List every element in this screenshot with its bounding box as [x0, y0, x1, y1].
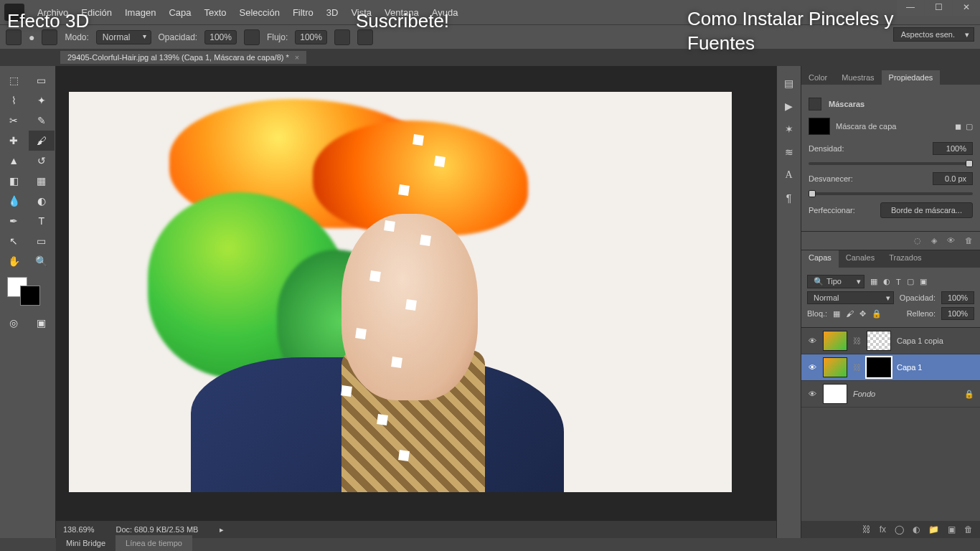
menu-filtro[interactable]: Filtro — [293, 7, 314, 18]
apply-mask-icon[interactable]: ◈ — [931, 236, 937, 245]
hand-tool-icon[interactable]: ✋ — [1, 251, 27, 271]
brushes-panel-icon[interactable]: ✶ — [777, 118, 801, 141]
layer-name[interactable]: Capa 1 — [897, 363, 922, 372]
lock-paint-icon[interactable]: 🖌 — [846, 309, 854, 318]
opacity-pressure-icon[interactable] — [244, 29, 260, 45]
history-brush-icon[interactable]: ↺ — [29, 151, 55, 171]
menu-imagen[interactable]: Imagen — [125, 7, 156, 18]
visibility-icon[interactable]: 👁 — [807, 363, 817, 372]
brush-tool-icon[interactable]: 🖌 — [29, 131, 55, 151]
gradient-tool-icon[interactable]: ▦ — [29, 171, 55, 191]
pixel-mask-icon[interactable]: ◼ — [955, 122, 961, 131]
lock-all-icon[interactable]: 🔒 — [872, 309, 882, 319]
mask-type-icon[interactable] — [809, 98, 821, 110]
crop-tool-icon[interactable]: ✂ — [1, 110, 27, 131]
layer-thumb[interactable] — [823, 331, 847, 351]
menu-texto[interactable]: Texto — [204, 7, 226, 18]
visibility-icon[interactable]: 👁 — [807, 390, 817, 398]
load-selection-icon[interactable]: ◌ — [914, 236, 921, 245]
zoom-value[interactable]: 138.69% — [63, 525, 94, 534]
document-tab[interactable]: 29405-Colorful-Hair.jpg al 139% (Capa 1,… — [60, 51, 306, 64]
selection-tool-icon[interactable]: ▭ — [29, 70, 55, 90]
link-icon[interactable]: ⛓ — [853, 336, 861, 345]
layer-name[interactable]: Capa 1 copia — [897, 336, 943, 345]
layer-thumb[interactable] — [823, 357, 847, 377]
tab-propiedades[interactable]: Propiedades — [882, 70, 941, 85]
density-slider[interactable] — [809, 162, 973, 165]
group-icon[interactable]: 📁 — [928, 524, 939, 534]
delete-mask-icon[interactable]: 🗑 — [965, 236, 973, 245]
filter-text-icon[interactable]: T — [896, 278, 901, 286]
document-canvas[interactable] — [69, 92, 732, 492]
layer-row[interactable]: 👁 Fondo 🔒 — [801, 381, 980, 408]
paragraph-panel-icon[interactable]: ¶ — [777, 187, 801, 209]
link-layers-icon[interactable]: ⛓ — [862, 524, 871, 534]
flow-input[interactable]: 100% — [295, 30, 327, 44]
vector-mask-icon[interactable]: ▢ — [966, 122, 973, 131]
link-icon[interactable]: ⛓ — [853, 363, 861, 372]
refine-edge-button[interactable]: Borde de máscara... — [880, 202, 973, 218]
layer-thumb[interactable] — [823, 384, 847, 404]
swatches-panel-icon[interactable]: ≋ — [777, 141, 801, 164]
tab-timeline[interactable]: Línea de tiempo — [116, 535, 192, 551]
layer-filter-dropdown[interactable]: 🔍Tipo — [807, 275, 864, 288]
mask-thumb[interactable] — [867, 331, 891, 351]
lock-move-icon[interactable]: ✥ — [859, 309, 866, 319]
lock-transparent-icon[interactable]: ▦ — [833, 309, 840, 319]
density-value[interactable]: 100% — [933, 142, 973, 155]
layer-opacity-value[interactable]: 100% — [941, 291, 974, 304]
tab-color[interactable]: Color — [801, 70, 834, 85]
feather-slider[interactable] — [809, 192, 973, 195]
close-tab-icon[interactable]: × — [295, 53, 299, 62]
menu-capa[interactable]: Capa — [169, 7, 191, 18]
actions-panel-icon[interactable]: ▶ — [777, 95, 801, 118]
pen-tool-icon[interactable]: ✒ — [1, 211, 27, 231]
zoom-tool-icon[interactable]: 🔍 — [29, 251, 55, 271]
character-panel-icon[interactable]: A — [777, 164, 801, 187]
filter-smart-icon[interactable]: ▣ — [920, 277, 927, 286]
opacity-input[interactable]: 100% — [204, 30, 237, 44]
menu-3d[interactable]: 3D — [326, 7, 339, 18]
wand-tool-icon[interactable]: ✦ — [29, 90, 55, 110]
layer-row[interactable]: 👁 ⛓ Capa 1 copia — [801, 328, 980, 354]
tab-minibridge[interactable]: Mini Bridge — [56, 535, 116, 551]
text-tool-icon[interactable]: T — [29, 211, 55, 231]
move-tool-icon[interactable]: ⬚ — [1, 70, 27, 90]
dodge-tool-icon[interactable]: ◐ — [29, 191, 55, 211]
shape-tool-icon[interactable]: ▭ — [29, 231, 55, 251]
disable-mask-icon[interactable]: 👁 — [947, 236, 955, 245]
layer-blend-dropdown[interactable]: Normal — [807, 291, 894, 304]
airbrush-icon[interactable] — [334, 29, 350, 45]
canvas-area[interactable]: 138.69% Doc: 680.9 KB/2.53 MB ▸ — [56, 66, 776, 538]
heal-tool-icon[interactable]: ✚ — [1, 131, 27, 151]
lasso-tool-icon[interactable]: ⌇ — [1, 90, 27, 110]
status-arrow-icon[interactable]: ▸ — [220, 525, 224, 534]
feather-value[interactable]: 0.0 px — [933, 172, 973, 185]
visibility-icon[interactable]: 👁 — [807, 336, 817, 345]
stamp-tool-icon[interactable]: ▲ — [1, 151, 27, 171]
filter-pixel-icon[interactable]: ▦ — [870, 277, 877, 286]
tab-trazados[interactable]: Trazados — [882, 250, 928, 268]
fill-value[interactable]: 100% — [941, 307, 974, 320]
brush-size-icon[interactable]: ● — [29, 32, 34, 43]
adjustment-icon[interactable]: ◐ — [913, 524, 920, 534]
blur-tool-icon[interactable]: 💧 — [1, 191, 27, 211]
eraser-tool-icon[interactable]: ◧ — [1, 171, 27, 191]
tab-muestras[interactable]: Muestras — [834, 70, 881, 85]
add-mask-icon[interactable]: ◯ — [895, 524, 904, 534]
color-swatches[interactable] — [7, 277, 43, 306]
menu-seleccion[interactable]: Selección — [240, 7, 280, 18]
filter-adjust-icon[interactable]: ◐ — [883, 277, 890, 286]
tab-canales[interactable]: Canales — [839, 250, 882, 268]
history-panel-icon[interactable]: ▤ — [777, 72, 801, 95]
tab-capas[interactable]: Capas — [801, 250, 839, 268]
new-layer-icon[interactable]: ▣ — [948, 524, 956, 534]
quickmask-icon[interactable]: ◎ — [1, 313, 27, 333]
blend-mode-dropdown[interactable]: Normal — [96, 30, 151, 44]
layer-name[interactable]: Fondo — [853, 390, 875, 398]
path-tool-icon[interactable]: ↖ — [1, 231, 27, 251]
mask-thumb-active[interactable] — [867, 357, 891, 377]
mask-thumb[interactable] — [809, 118, 830, 135]
background-color[interactable] — [20, 286, 40, 306]
eyedropper-tool-icon[interactable]: ✎ — [29, 110, 55, 131]
